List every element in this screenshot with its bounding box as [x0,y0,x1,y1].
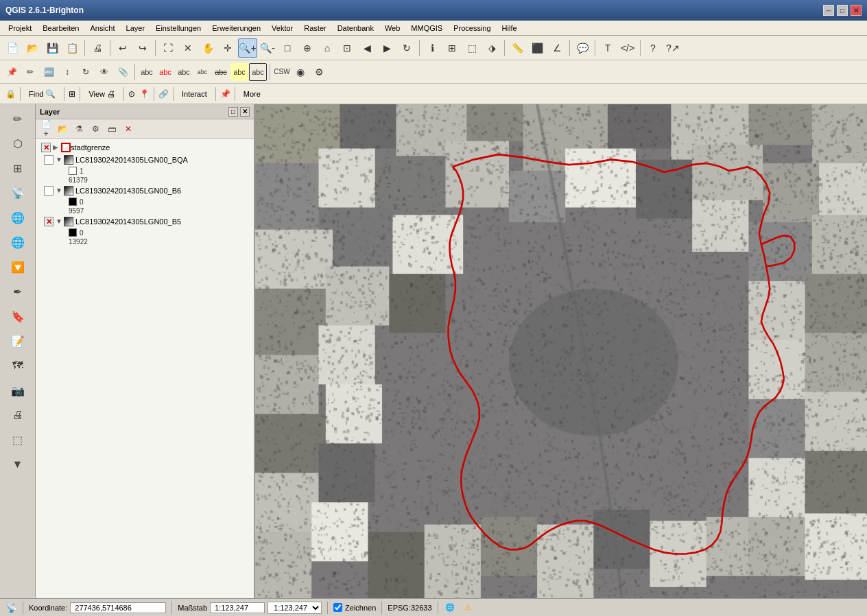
abc-box-button[interactable]: abc [249,63,267,81]
pin-label-button[interactable]: 📎 [114,63,132,81]
layer-properties-button[interactable]: ⚙ [88,121,103,137]
filter-layer-button[interactable]: ⚗ [71,121,86,137]
html-annotation-button[interactable]: </> [618,38,637,58]
print-button[interactable]: 🖨 [88,38,107,58]
view-button[interactable]: View 🖨 [84,88,119,100]
zoom-native-button[interactable]: ⊞ [442,38,462,58]
select-poly-button[interactable]: ⬗ [482,38,501,58]
interact-button[interactable]: Interact [178,88,211,99]
menu-mmqgis[interactable]: MMQGIS [405,23,448,34]
menu-ansicht[interactable]: Ansicht [84,23,120,34]
menu-erweiterungen[interactable]: Erweiterungen [206,23,266,34]
minimize-button[interactable]: ─ [823,5,834,16]
rotate-label-button[interactable]: ↻ [77,63,95,81]
abc-strike-button[interactable]: abc [212,63,230,81]
layer-datasource-button[interactable]: 🗃 [104,121,119,137]
close-button[interactable]: ✕ [851,5,862,16]
menu-web[interactable]: Web [379,23,405,34]
deselect-button[interactable]: ✕ [178,38,198,58]
zoom-full-button[interactable]: ⌂ [318,38,337,58]
whats-this-button[interactable]: ?↗ [663,38,682,58]
abc-bg-button[interactable]: abc [230,63,248,81]
abc-small-button[interactable]: abc [193,63,211,81]
left-btn-2[interactable]: ⬡ [6,132,29,155]
layer-check-b6[interactable] [44,186,54,196]
left-btn-15[interactable]: ▼ [6,453,29,476]
left-btn-5[interactable]: 🌐 [6,206,29,229]
layer-settings-button[interactable]: ⚙ [310,63,328,81]
layer-expand-button[interactable]: □ [228,107,238,117]
menu-einstellungen[interactable]: Einstellungen [150,23,206,34]
menu-datenbank[interactable]: Datenbank [332,23,379,34]
left-btn-13[interactable]: 🖨 [6,403,29,427]
menu-projekt[interactable]: Projekt [3,23,37,34]
maximize-button[interactable]: □ [837,5,848,16]
csw-button[interactable]: CSW [273,63,291,81]
select-rect-button[interactable]: ⬚ [462,38,482,58]
zoom-fwd-button[interactable]: ▶ [377,38,396,58]
zoom-rubber-band-button[interactable]: □ [278,38,297,58]
scale-dropdown[interactable]: 1:123,247 1:100,000 1:50,000 [268,602,322,614]
menu-vektor[interactable]: Vektor [266,23,298,34]
zoom-in-button[interactable]: 🔍+ [238,38,257,58]
left-btn-11[interactable]: 🗺 [6,354,29,377]
menu-processing[interactable]: Processing [448,23,496,34]
left-btn-3[interactable]: ⊞ [6,156,29,180]
layer-item-bqa[interactable]: ▼ LC81930242014305LGN00_BQA [41,154,254,166]
left-btn-4[interactable]: 📡 [6,181,29,204]
hide-label-button[interactable]: 👁 [95,63,113,81]
left-btn-1[interactable]: ✏ [6,107,29,130]
stadtgrenze-expand[interactable]: ▶ [53,143,61,152]
refresh-button[interactable]: ↻ [397,38,416,58]
pan-button[interactable]: ✋ [198,38,217,58]
menu-layer[interactable]: Layer [121,23,151,34]
layer-style-button[interactable]: ◉ [292,63,309,81]
menu-bearbeiten[interactable]: Bearbeiten [37,23,84,34]
layer-check-b5[interactable]: ✕ [44,217,54,226]
zoom-out-button[interactable]: 🔍- [258,38,277,58]
left-btn-12[interactable]: 📷 [6,379,29,402]
menu-hilfe[interactable]: Hilfe [497,23,523,34]
zoom-back-button[interactable]: ◀ [357,38,377,58]
bqa-expand[interactable]: ▼ [56,156,64,164]
layer-close-button[interactable]: ✕ [240,107,250,117]
map-area[interactable] [255,104,867,598]
find-button[interactable]: Find 🔍 [25,88,60,100]
b5-expand[interactable]: ▼ [56,217,64,226]
measure-line-button[interactable]: 📏 [508,38,527,58]
left-btn-6[interactable]: 🌐 [6,230,29,254]
layer-pin-button[interactable]: 📌 [3,63,21,81]
remove-layer-button[interactable]: ✕ [121,121,136,137]
select-feature-button[interactable]: ⛶ [158,38,178,58]
layer-check-stadtgrenze[interactable]: ✕ [41,143,51,152]
redo-button[interactable]: ↪ [133,38,152,58]
render-checkbox[interactable] [333,603,342,612]
zoom-layer-button[interactable]: ⊡ [337,38,357,58]
measure-angle-button[interactable]: ∠ [547,38,567,58]
add-layer-button[interactable]: 📄+ [38,121,54,137]
help-button[interactable]: ? [643,38,663,58]
b6-expand[interactable]: ▼ [56,187,64,195]
zoom-select-button[interactable]: ⊕ [298,38,317,58]
save-as-button[interactable]: 📋 [62,38,82,58]
layer-check-bqa[interactable] [44,155,54,165]
new-project-button[interactable]: 📄 [3,38,22,58]
left-btn-8[interactable]: ✒ [6,280,29,303]
more-button[interactable]: More [239,88,265,99]
menu-raster[interactable]: Raster [298,23,331,34]
undo-button[interactable]: ↩ [113,38,132,58]
layer-item-stadtgrenze[interactable]: ✕ ▶ stadtgrenze [36,141,254,154]
measure-area-button[interactable]: ⬛ [527,38,547,58]
warn-button[interactable]: ⚠ [462,602,474,614]
layer-item-b5[interactable]: ✕ ▼ LC81930242014305LGN00_B5 [41,215,254,228]
pan-north-button[interactable]: ✛ [218,38,237,58]
open-project-button[interactable]: 📂 [23,38,42,58]
left-btn-7[interactable]: 🔽 [6,255,29,279]
left-btn-10[interactable]: 📝 [6,329,29,353]
abc-plain-button[interactable]: abc [138,63,156,81]
crs-button[interactable]: 🌐 [444,602,456,614]
edit-label-button[interactable]: ✏ [21,63,39,81]
text-annotation-button[interactable]: T [598,38,617,58]
save-project-button[interactable]: 💾 [43,38,62,58]
label-toggle-button[interactable]: 🔤 [40,63,58,81]
